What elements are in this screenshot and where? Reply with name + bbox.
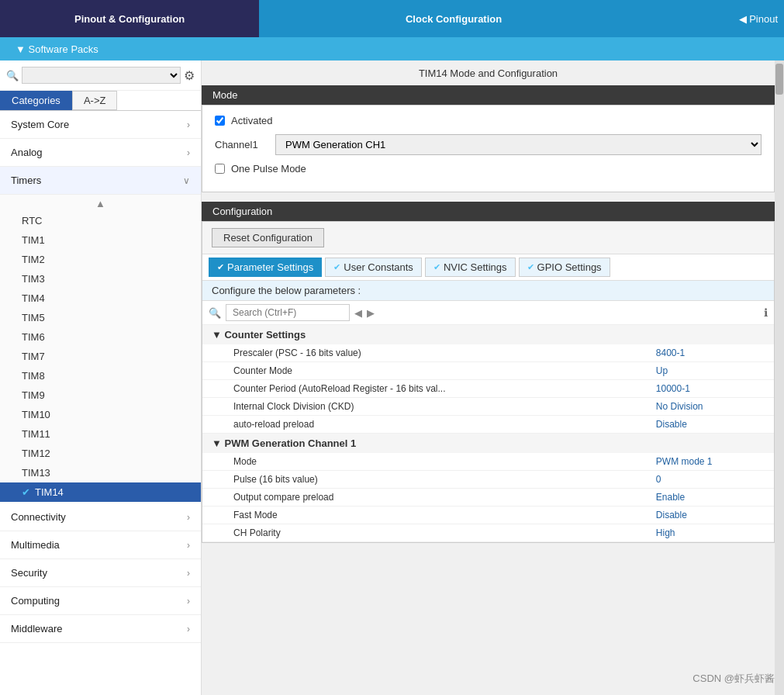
tab-check-icon2: ✔ bbox=[333, 262, 340, 272]
channel1-label: Channel1 bbox=[215, 139, 269, 150]
analog-label: Analog bbox=[11, 147, 42, 158]
table-row: Internal Clock Division (CKD) No Divisio… bbox=[202, 398, 774, 416]
param-value[interactable]: Disable bbox=[656, 416, 774, 434]
sidebar-item-middleware[interactable]: Middleware › bbox=[0, 615, 201, 643]
sidebar-item-tim13[interactable]: TIM13 bbox=[0, 463, 201, 482]
info-icon: ℹ bbox=[764, 306, 768, 319]
pinout2-label: ◀ Pinout bbox=[739, 13, 778, 25]
sidebar-item-tim3[interactable]: TIM3 bbox=[0, 269, 201, 289]
param-value[interactable]: PWM mode 1 bbox=[656, 453, 774, 471]
param-value[interactable]: High bbox=[656, 524, 774, 542]
gear-icon[interactable]: ⚙ bbox=[184, 68, 195, 83]
sidebar-item-tim1[interactable]: TIM1 bbox=[0, 230, 201, 250]
sidebar-item-rtc[interactable]: RTC bbox=[0, 211, 201, 230]
param-value[interactable]: 10000-1 bbox=[656, 380, 774, 398]
param-name: Counter Period (AutoReload Register - 16… bbox=[202, 380, 656, 398]
sidebar-item-security[interactable]: Security › bbox=[0, 559, 201, 587]
table-row: Fast Mode Disable bbox=[202, 507, 774, 524]
tab-parameter-settings-label: Parameter Settings bbox=[227, 261, 313, 273]
activated-label: Activated bbox=[231, 115, 272, 126]
sidebar-item-analog[interactable]: Analog › bbox=[0, 139, 201, 167]
software-packs-label: ▼ Software Packs bbox=[16, 43, 98, 55]
param-value[interactable]: Disable bbox=[656, 507, 774, 524]
table-row: Counter Mode Up bbox=[202, 362, 774, 380]
param-value[interactable]: No Division bbox=[656, 398, 774, 416]
tab-az-label: A->Z bbox=[84, 95, 106, 106]
right-scrollbar[interactable] bbox=[775, 61, 784, 695]
channel1-row: Channel1 PWM Generation CH1 Disable Inpu… bbox=[215, 134, 762, 155]
tab-categories[interactable]: Categories bbox=[0, 91, 72, 110]
main-layout: 🔍 ⚙ Categories A->Z System Core › Analog… bbox=[0, 61, 784, 695]
software-packs-menu[interactable]: ▼ Software Packs bbox=[6, 43, 108, 55]
sidebar-item-tim10[interactable]: TIM10 bbox=[0, 405, 201, 424]
pinout-label: Pinout & Configuration bbox=[74, 13, 185, 25]
counter-settings-group[interactable]: ▼ Counter Settings bbox=[202, 325, 774, 344]
connectivity-label: Connectivity bbox=[11, 511, 66, 523]
scroll-thumb[interactable] bbox=[775, 64, 783, 95]
sidebar-item-tim4[interactable]: TIM4 bbox=[0, 289, 201, 308]
reset-btn-label: Reset Configuration bbox=[223, 232, 313, 244]
tab-check-icon4: ✔ bbox=[527, 262, 534, 272]
param-value[interactable]: Up bbox=[656, 362, 774, 380]
sidebar-item-multimedia[interactable]: Multimedia › bbox=[0, 531, 201, 559]
pinout-tab[interactable]: Pinout & Configuration bbox=[0, 0, 259, 37]
next-arrow[interactable]: ▶ bbox=[367, 307, 375, 319]
sidebar-item-timers[interactable]: Timers ∨ bbox=[0, 167, 201, 195]
sidebar-item-system-core[interactable]: System Core › bbox=[0, 111, 201, 139]
sidebar-item-tim14[interactable]: ✔ TIM14 bbox=[0, 482, 201, 502]
params-header-text: Configure the below parameters : bbox=[212, 285, 361, 296]
activated-checkbox[interactable] bbox=[215, 116, 225, 126]
prev-arrow[interactable]: ◀ bbox=[354, 307, 362, 319]
one-pulse-row: One Pulse Mode bbox=[215, 163, 762, 175]
check-icon: ✔ bbox=[22, 486, 30, 498]
pinout2-tab[interactable]: ◀ Pinout bbox=[648, 0, 784, 37]
sidebar-item-tim8[interactable]: TIM8 bbox=[0, 366, 201, 386]
sidebar-item-tim2[interactable]: TIM2 bbox=[0, 250, 201, 269]
timers-submenu: ▲ RTC TIM1 TIM2 TIM3 TIM4 TIM5 TIM6 TIM7… bbox=[0, 195, 201, 503]
activated-row: Activated bbox=[215, 115, 762, 126]
category-dropdown[interactable] bbox=[22, 67, 181, 84]
one-pulse-checkbox[interactable] bbox=[215, 164, 225, 174]
clock-tab[interactable]: Clock Configuration bbox=[259, 0, 648, 37]
sidebar-item-tim9[interactable]: TIM9 bbox=[0, 386, 201, 405]
table-row: Counter Period (AutoReload Register - 16… bbox=[202, 380, 774, 398]
collapse-icon2: ▼ bbox=[212, 437, 224, 449]
sidebar-item-connectivity[interactable]: Connectivity › bbox=[0, 503, 201, 531]
config-section-label: Configuration bbox=[212, 206, 272, 217]
tab-user-constants[interactable]: ✔ User Constants bbox=[325, 258, 422, 277]
sidebar-item-tim7[interactable]: TIM7 bbox=[0, 347, 201, 366]
tab-check-icon3: ✔ bbox=[433, 262, 440, 272]
channel1-select[interactable]: PWM Generation CH1 Disable Input Capture… bbox=[275, 134, 762, 155]
params-search-row: 🔍 ◀ ▶ ℹ bbox=[202, 301, 774, 325]
chevron-down-icon: ∨ bbox=[183, 175, 190, 186]
mode-section-label: Mode bbox=[212, 89, 238, 101]
sidebar-item-tim5[interactable]: TIM5 bbox=[0, 308, 201, 327]
mode-section-header: Mode bbox=[202, 85, 775, 105]
param-value[interactable]: 8400-1 bbox=[656, 344, 774, 362]
tab-parameter-settings[interactable]: ✔ Parameter Settings bbox=[209, 258, 322, 277]
sidebar-item-tim12[interactable]: TIM12 bbox=[0, 444, 201, 463]
tab-nvic-settings-label: NVIC Settings bbox=[444, 261, 507, 273]
pwm-channel1-group[interactable]: ▼ PWM Generation Channel 1 bbox=[202, 434, 774, 454]
params-search-input[interactable] bbox=[226, 304, 350, 321]
tab-gpio-settings[interactable]: ✔ GPIO Settings bbox=[519, 258, 610, 277]
tab-az[interactable]: A->Z bbox=[72, 91, 118, 110]
param-value[interactable]: 0 bbox=[656, 471, 774, 489]
chevron-right-icon: › bbox=[187, 540, 190, 551]
sidebar-item-tim6[interactable]: TIM6 bbox=[0, 327, 201, 347]
chevron-right-icon: › bbox=[187, 512, 190, 523]
chevron-right-icon: › bbox=[187, 596, 190, 607]
table-row: Pulse (16 bits value) 0 bbox=[202, 471, 774, 489]
search-small-icon: 🔍 bbox=[209, 307, 221, 319]
sidebar-item-tim11[interactable]: TIM11 bbox=[0, 424, 201, 444]
sidebar-item-computing[interactable]: Computing › bbox=[0, 587, 201, 615]
counter-settings-label: Counter Settings bbox=[224, 329, 306, 341]
mode-section: Activated Channel1 PWM Generation CH1 Di… bbox=[202, 105, 775, 192]
sidebar-tabs: Categories A->Z bbox=[0, 91, 201, 111]
param-value[interactable]: Enable bbox=[656, 489, 774, 507]
tab-gpio-settings-label: GPIO Settings bbox=[537, 261, 602, 273]
content-title: TIM14 Mode and Configuration bbox=[202, 61, 775, 85]
reset-config-button[interactable]: Reset Configuration bbox=[212, 228, 324, 247]
middleware-label: Middleware bbox=[11, 623, 62, 634]
tab-nvic-settings[interactable]: ✔ NVIC Settings bbox=[425, 258, 516, 277]
